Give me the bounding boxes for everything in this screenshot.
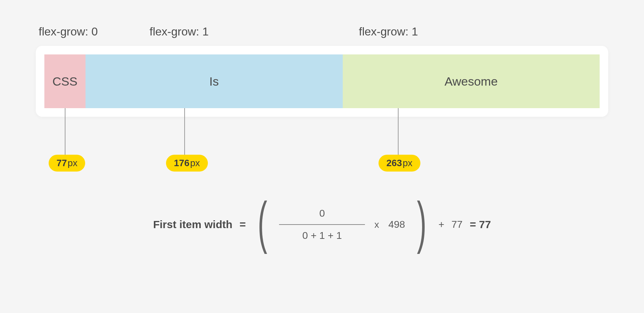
plus-sign: +	[438, 219, 444, 230]
width-value: 176	[174, 158, 189, 169]
width-pill-3: 263 px	[379, 155, 420, 172]
flex-grow-label-1: flex-grow: 0	[39, 25, 98, 38]
equation-addend: 77	[452, 219, 463, 230]
flex-item-awesome: Awesome	[343, 54, 600, 108]
equation-result: = 77	[470, 218, 491, 231]
equation-row: First item width = ( 0 0 + 1 + 1 x 498 )…	[0, 208, 644, 241]
width-unit: px	[402, 158, 412, 169]
equals-sign: =	[240, 218, 246, 231]
fraction-line	[279, 224, 365, 225]
fraction-numerator: 0	[319, 208, 325, 219]
width-unit: px	[190, 158, 200, 169]
connector-line-1	[65, 108, 65, 155]
equation-fraction: 0 0 + 1 + 1	[279, 208, 365, 241]
width-pill-2: 176 px	[166, 155, 208, 172]
width-value: 77	[57, 158, 67, 169]
fraction-denominator: 0 + 1 + 1	[302, 230, 342, 241]
flex-container: CSS Is Awesome	[36, 46, 608, 117]
equation-label: First item width	[153, 218, 233, 231]
flex-grow-label-3: flex-grow: 1	[359, 25, 418, 38]
connector-line-3	[398, 108, 399, 155]
multiply-sign: x	[374, 219, 379, 230]
width-unit: px	[68, 158, 77, 169]
flex-item-css: CSS	[44, 54, 86, 108]
width-pill-1: 77 px	[49, 155, 85, 172]
connector-line-2	[184, 108, 185, 155]
flex-item-is: Is	[86, 54, 343, 108]
width-value: 263	[386, 158, 402, 169]
flex-grow-label-2: flex-grow: 1	[150, 25, 209, 38]
equation-multiplier: 498	[388, 219, 405, 230]
